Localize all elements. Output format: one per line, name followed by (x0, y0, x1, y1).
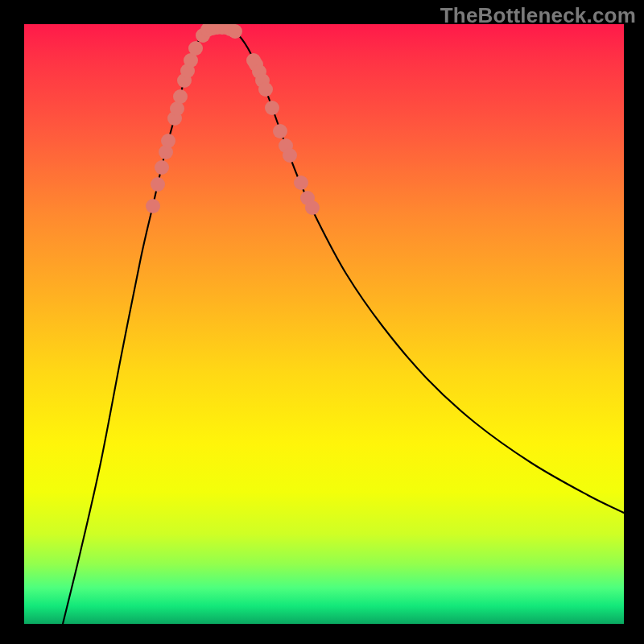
sample-dot (294, 175, 308, 190)
sample-dot (273, 124, 287, 138)
sample-dot (228, 24, 242, 39)
sample-dots-group (146, 24, 320, 215)
sample-dot (173, 89, 188, 104)
plot-area (24, 24, 624, 624)
sample-dot (161, 134, 175, 148)
sample-dot (155, 160, 169, 175)
chart-frame: TheBottleneck.com (0, 0, 644, 644)
sample-dot (258, 82, 273, 97)
chart-svg (24, 24, 624, 624)
bottleneck-curve (63, 26, 624, 624)
sample-dot (146, 199, 160, 213)
sample-dot (283, 148, 297, 163)
sample-dot (305, 200, 320, 215)
sample-dot (265, 101, 279, 115)
sample-dot (188, 41, 203, 56)
sample-dot (151, 177, 165, 192)
